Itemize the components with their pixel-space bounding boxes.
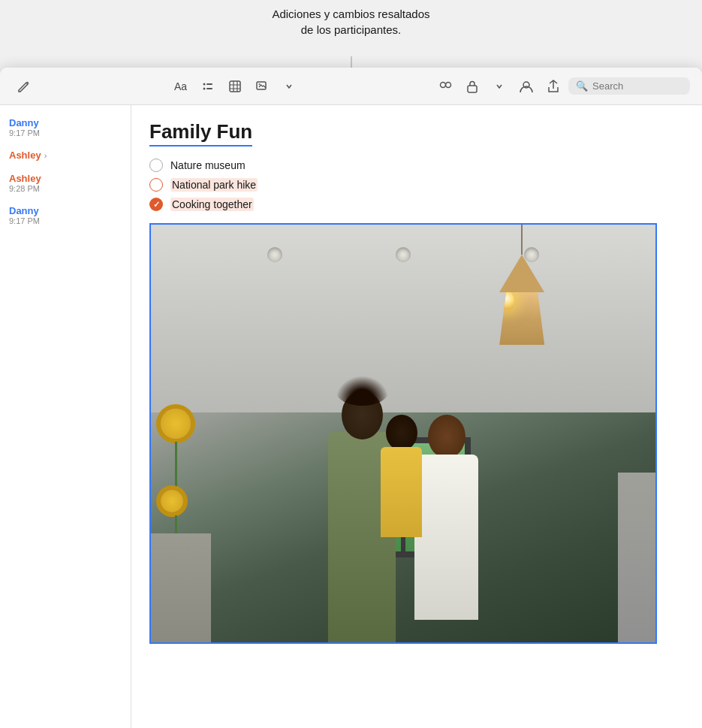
svg-point-11 (441, 82, 446, 87)
recessed-lights (151, 247, 655, 262)
content-area: Danny 9:17 PM Ashley › Ashley 9:28 PM Da… (0, 105, 702, 728)
svg-rect-13 (468, 86, 477, 92)
media-button[interactable] (250, 74, 274, 98)
dreadlocks (336, 376, 389, 406)
tooltip-line1: Adiciones y cambios resaltados (272, 6, 429, 22)
checklist-label-3: Cooking together (170, 198, 254, 211)
user-time-danny1: 9:17 PM (9, 128, 122, 137)
table-button[interactable] (223, 74, 247, 98)
person-child-head (386, 415, 417, 451)
participants-button[interactable] (514, 74, 538, 98)
tooltip: Adiciones y cambios resaltados de los pa… (0, 0, 702, 38)
pendant-shade-top (499, 255, 544, 292)
person-child (381, 415, 422, 537)
pendant-cord (521, 225, 523, 255)
format-list-button[interactable] (196, 74, 220, 98)
pendant-shade-bottom (499, 292, 544, 345)
flower-1 (161, 409, 191, 439)
sidebar: Danny 9:17 PM Ashley › Ashley 9:28 PM Da… (0, 105, 131, 728)
checklist-label-2: National park hike (170, 178, 258, 192)
search-icon: 🔍 (576, 80, 588, 92)
sidebar-item-danny2[interactable]: Danny 9:17 PM (0, 202, 131, 228)
checklist-item-3[interactable]: Cooking together (149, 198, 639, 211)
main-window: Aa (0, 68, 702, 728)
checkbox-3[interactable] (149, 198, 163, 211)
recessed-light-1 (267, 247, 282, 262)
svg-point-0 (203, 83, 206, 85)
share-button[interactable] (541, 74, 565, 98)
photo-image (149, 223, 657, 644)
collaborate-button[interactable] (433, 74, 457, 98)
search-container: 🔍 (568, 77, 690, 95)
person-tall-head (342, 391, 383, 440)
sidebar-item-ashley1[interactable]: Ashley › (0, 147, 131, 164)
svg-rect-3 (206, 88, 212, 89)
user-name-ashley1: Ashley (9, 150, 41, 161)
recessed-light-2 (396, 247, 411, 262)
svg-point-10 (259, 83, 261, 85)
user-name-danny1: Danny (9, 117, 122, 128)
lock-dropdown-button[interactable] (487, 74, 511, 98)
toolbar: Aa (0, 68, 702, 105)
svg-point-12 (446, 82, 451, 87)
user-name-danny2: Danny (9, 205, 122, 216)
pendant-light (499, 225, 544, 345)
person-woman (414, 415, 478, 620)
people-area (151, 461, 655, 642)
sidebar-item-danny1[interactable]: Danny 9:17 PM (0, 114, 131, 140)
pendant-bulb (499, 291, 514, 310)
person-child-body (381, 447, 422, 537)
tooltip-line2: de los participantes. (272, 22, 429, 38)
checklist-item-2[interactable]: National park hike (149, 178, 639, 192)
document-title: Family Fun (149, 120, 252, 147)
sidebar-item-ashley2[interactable]: Ashley 9:28 PM (0, 170, 131, 196)
person-woman-head (428, 415, 465, 458)
compose-button[interactable] (12, 74, 36, 98)
checkbox-2[interactable] (149, 178, 163, 192)
checklist: Nature museum National park hike Cooking… (149, 159, 639, 211)
user-time-danny2: 9:17 PM (9, 216, 122, 225)
search-input[interactable] (592, 80, 682, 92)
user-name-ashley2: Ashley (9, 173, 122, 184)
chevron-right-icon: › (44, 151, 47, 160)
media-dropdown-button[interactable] (277, 74, 301, 98)
checklist-item-1[interactable]: Nature museum (149, 159, 639, 172)
photo-bg (151, 225, 655, 642)
svg-rect-1 (206, 83, 212, 85)
font-button[interactable]: Aa (168, 77, 193, 95)
checklist-label-1: Nature museum (170, 159, 246, 171)
svg-point-2 (203, 87, 206, 89)
document-area[interactable]: Family Fun Nature museum National park h… (131, 105, 702, 728)
person-woman-body (414, 455, 478, 620)
svg-rect-4 (230, 81, 240, 92)
lower-area (151, 400, 655, 642)
lock-button[interactable] (460, 74, 484, 98)
user-time-ashley2: 9:28 PM (9, 184, 122, 193)
note-document: Family Fun Nature museum National park h… (131, 105, 657, 662)
checkbox-1[interactable] (149, 159, 163, 172)
